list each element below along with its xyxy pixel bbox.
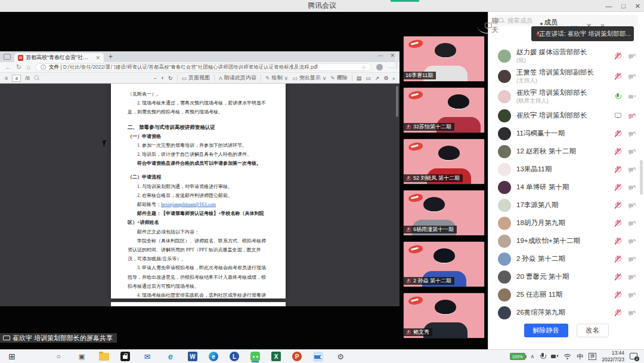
member-camera-icon[interactable] <box>628 167 636 173</box>
member-row[interactable]: 26黄绾萍第九期 <box>488 304 644 322</box>
member-mic-icon[interactable] <box>615 184 621 191</box>
unmute-button[interactable]: 解除静音 <box>524 324 568 337</box>
member-row[interactable]: 王箫笠 培训策划部副部长 (主持人) <box>488 66 644 87</box>
member-row[interactable]: 19+成欣怡+第十二期 <box>488 232 644 250</box>
minimize-button[interactable]: — <box>605 2 612 10</box>
member-row[interactable]: 20 曹馨元 第十期 <box>488 268 644 286</box>
pdf-scrollbar-thumb[interactable] <box>396 86 398 117</box>
save-icon[interactable]: ▤ <box>357 75 362 81</box>
battery-icon[interactable]: 100% <box>510 353 525 360</box>
member-camera-icon[interactable] <box>628 113 636 119</box>
tab-close-icon[interactable]: ✕ <box>95 55 100 61</box>
tray-clock[interactable]: 13:44 2022/7/23 <box>602 350 624 362</box>
email-link[interactable]: hexinjiangshituan@163.com <box>161 202 216 207</box>
member-camera-icon[interactable] <box>628 203 636 208</box>
browser-tab[interactable]: 首都高校“青春红会营”社团核心… ✕ <box>14 53 104 62</box>
url-field[interactable]: i 文件 | D:/社比/责任/2022/厦门建设/师资认证/首都高校“青春红会… <box>35 63 371 71</box>
member-camera-icon[interactable] <box>628 185 636 190</box>
pdf-settings-icon[interactable]: ⚙ <box>383 75 388 81</box>
member-mic-icon[interactable] <box>615 291 621 299</box>
maximize-button[interactable]: □ <box>621 2 626 10</box>
member-camera-icon[interactable] <box>628 94 636 100</box>
member-row[interactable]: 13果晶11期 <box>488 161 644 179</box>
tray-mic-icon[interactable] <box>540 353 546 360</box>
print-icon[interactable]: ▭ <box>366 75 371 81</box>
rename-button[interactable]: 改名 <box>577 324 609 337</box>
ime-language-icon[interactable]: 中 <box>577 352 583 361</box>
member-mic-icon[interactable] <box>615 130 621 137</box>
member-camera-icon[interactable] <box>628 74 636 79</box>
member-mic-icon[interactable] <box>615 166 621 173</box>
excel-icon[interactable]: X <box>271 352 281 361</box>
member-row[interactable]: 11冯稠赢十一期 <box>488 125 644 143</box>
video-tile[interactable]: 6杨雨潼第十一期 <box>403 190 485 236</box>
page-info-icon[interactable]: i <box>41 64 46 70</box>
member-row[interactable]: 14 单博研 第十期 <box>488 179 644 196</box>
member-list-scrollbar-thumb[interactable] <box>640 160 643 195</box>
search-button[interactable] <box>29 351 41 362</box>
video-tile[interactable]: 2 孙焱 第十二期 <box>403 241 485 287</box>
member-mic-icon[interactable] <box>615 73 621 80</box>
member-mic-icon[interactable] <box>615 112 621 119</box>
browser-minimize-icon[interactable]: — <box>377 53 383 59</box>
member-mic-icon[interactable] <box>615 220 621 227</box>
office-icon[interactable]: L <box>230 352 239 361</box>
member-camera-icon[interactable] <box>628 257 636 262</box>
tray-camera-icon[interactable] <box>551 354 558 359</box>
powerpoint-icon[interactable]: P <box>292 352 302 361</box>
back-icon[interactable]: ← <box>5 64 11 70</box>
ie-icon[interactable]: e <box>165 351 177 362</box>
member-mic-icon[interactable] <box>615 148 621 155</box>
word-icon[interactable]: W <box>188 352 197 361</box>
member-mic-icon[interactable] <box>615 202 621 209</box>
ime-pinyin-icon[interactable]: 拼 <box>589 353 596 360</box>
page-view-button[interactable]: ▭页面视图 <box>182 74 210 82</box>
store-icon[interactable] <box>120 352 130 361</box>
edge-icon[interactable]: e <box>209 352 218 361</box>
member-row[interactable]: 崔欣宇 培训策划部部长 (联席主持人) <box>488 87 644 107</box>
member-search-input[interactable]: 搜索成员 <box>494 15 638 26</box>
expand-icon[interactable]: ↗ <box>375 75 380 81</box>
member-camera-icon[interactable] <box>628 149 636 155</box>
zoom-in-icon[interactable]: + <box>161 75 164 81</box>
member-row[interactable]: 12 赵若秋 第十二期 <box>488 143 644 161</box>
tray-expand-icon[interactable]: ∧ <box>531 353 535 359</box>
draw-button[interactable]: ✎绘制∨ <box>265 74 288 82</box>
pdf-viewport[interactable]: （见附表一）。 2. 现场考核未通过，需再次预约现场考核，若讲课水平明显不足，则… <box>0 84 400 306</box>
member-camera-icon[interactable] <box>628 221 636 226</box>
favorite-star-icon[interactable]: ☆ <box>361 64 366 70</box>
notification-icon[interactable]: 2 <box>630 353 638 360</box>
new-tab-button[interactable]: + <box>109 53 113 61</box>
file-explorer-icon[interactable] <box>99 353 109 361</box>
page-number-input[interactable]: 4 <box>12 75 21 82</box>
member-mic-icon[interactable] <box>615 273 621 281</box>
cortana-button[interactable]: ○ <box>52 351 64 362</box>
start-button[interactable]: ⊞ <box>6 351 18 362</box>
refresh-icon[interactable]: ↻ <box>16 64 21 70</box>
rotate-icon[interactable]: ↻ <box>168 75 173 81</box>
zoom-out-icon[interactable]: − <box>153 75 156 81</box>
close-button[interactable]: ✕ <box>635 2 640 10</box>
member-mic-icon[interactable] <box>615 93 621 100</box>
mail-icon[interactable]: ✉ <box>141 351 153 362</box>
browser-more-icon[interactable]: ··· <box>388 64 395 70</box>
pdf-search-icon[interactable] <box>34 75 40 81</box>
profile-avatar[interactable] <box>376 64 383 70</box>
task-view-button[interactable]: ▣ <box>76 351 88 362</box>
member-row[interactable]: 25 任志丽 11期 <box>488 286 644 304</box>
scroll-up-icon[interactable]: ▴ <box>392 76 395 81</box>
wifi-icon[interactable] <box>564 351 571 362</box>
member-camera-icon[interactable] <box>628 131 636 137</box>
member-row[interactable]: 17李源第八期 <box>488 196 644 214</box>
video-tile[interactable]: 16李赛11期 <box>403 36 485 82</box>
member-camera-icon[interactable] <box>628 275 636 280</box>
member-row[interactable]: 赵力媛 媒体运营部部长 (我) <box>488 46 644 66</box>
member-camera-icon[interactable] <box>628 310 636 316</box>
erase-button[interactable]: ✎擦除 <box>330 74 348 82</box>
member-mic-icon[interactable] <box>615 309 621 316</box>
tencent-meeting-icon[interactable] <box>313 352 323 362</box>
member-mic-icon[interactable] <box>615 256 621 263</box>
settings-icon[interactable]: ⚙ <box>335 351 346 362</box>
member-camera-icon[interactable] <box>628 293 636 298</box>
video-tile[interactable]: 52 刘晓凤 第十二期 <box>403 139 485 184</box>
